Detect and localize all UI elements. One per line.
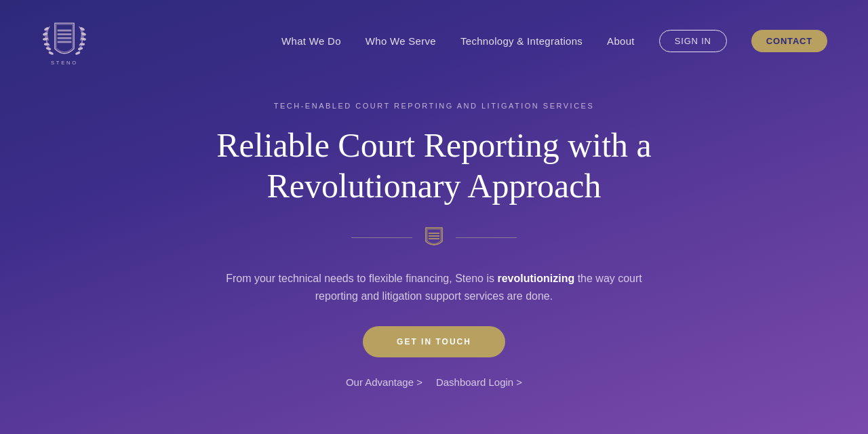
main-nav: What We Do Who We Serve Technology & Int… — [281, 30, 827, 52]
svg-point-11 — [75, 51, 81, 56]
svg-rect-15 — [58, 41, 72, 43]
hero-subtitle: TECH-ENABLED COURT REPORTING AND LITIGAT… — [274, 102, 595, 110]
svg-rect-17 — [429, 233, 439, 234]
hero-description: From your technical needs to flexible fi… — [217, 270, 651, 304]
nav-what-we-do[interactable]: What We Do — [281, 35, 341, 47]
nav-who-we-serve[interactable]: Who We Serve — [366, 35, 436, 47]
svg-point-5 — [48, 51, 54, 56]
dashboard-login-link[interactable]: Dashboard Login > — [436, 376, 522, 388]
nav-technology[interactable]: Technology & Integrations — [460, 35, 583, 47]
nav-about[interactable]: About — [607, 35, 635, 47]
hero-section: TECH-ENABLED COURT REPORTING AND LITIGAT… — [0, 81, 868, 388]
hero-title: Reliable Court Reporting with a Revoluti… — [216, 125, 652, 206]
signin-button[interactable]: SIGN IN — [659, 30, 727, 52]
svg-point-3 — [44, 43, 50, 45]
contact-button[interactable]: CONTACT — [751, 30, 827, 52]
svg-point-9 — [80, 43, 85, 45]
svg-text:STENO: STENO — [51, 60, 78, 66]
shield-icon — [423, 225, 445, 250]
divider-left — [351, 237, 412, 238]
our-advantage-link[interactable]: Our Advantage > — [346, 376, 422, 388]
svg-rect-19 — [429, 238, 439, 239]
hero-divider — [351, 225, 517, 250]
get-in-touch-button[interactable]: GET IN TOUCH — [363, 326, 505, 357]
logo[interactable]: STENO — [41, 14, 88, 68]
svg-rect-12 — [58, 30, 72, 32]
svg-rect-13 — [58, 33, 72, 35]
secondary-links: Our Advantage > Dashboard Login > — [346, 376, 522, 388]
divider-right — [456, 237, 517, 238]
site-header: STENO What We Do Who We Serve Technology… — [0, 0, 868, 81]
svg-rect-18 — [429, 235, 439, 237]
svg-rect-14 — [58, 37, 72, 39]
